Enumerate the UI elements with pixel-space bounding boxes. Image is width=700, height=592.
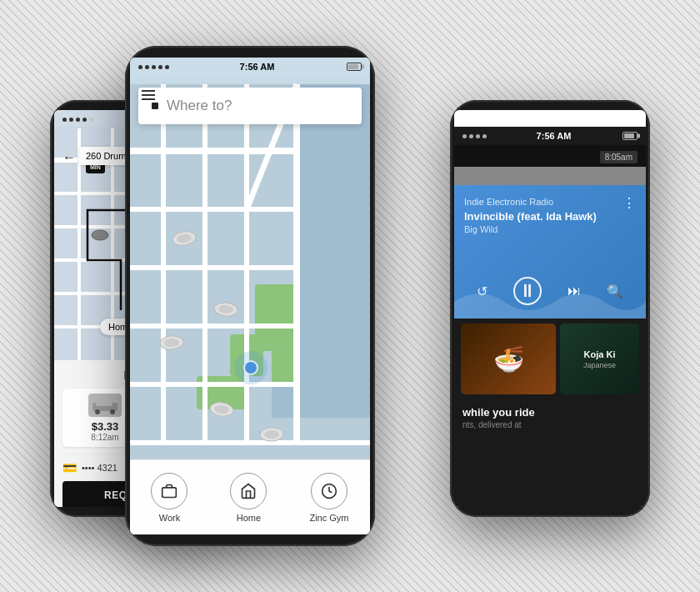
phones-container: 2 MIN 260 Drumes St ← Home › Economy <box>25 21 675 571</box>
right-status-bar: 7:56 AM .battery-icon::before { backgrou… <box>454 127 646 145</box>
svg-point-19 <box>110 409 115 414</box>
food-image-ramen: 🍜 <box>461 324 556 394</box>
back-button[interactable]: ← <box>62 150 76 165</box>
music-info: Indie Electronic Radio Invincible (feat.… <box>464 197 636 234</box>
food-images: 🍜 Koja Ki Japanese <box>461 324 639 394</box>
skip-button[interactable]: ⏭ <box>568 283 581 299</box>
promo-section: while you ride nts, delivered at <box>454 399 646 436</box>
ride-price-1: $3.33 <box>92 420 119 433</box>
work-icon <box>151 473 188 509</box>
notification-bar <box>454 167 646 185</box>
food-section: 🍜 Koja Ki Japanese <box>454 319 646 399</box>
bottom-nav: Work Home <box>130 459 370 534</box>
hamburger-button[interactable] <box>142 88 155 103</box>
right-content: 7:56 AM .battery-icon::before { backgrou… <box>454 127 646 507</box>
food-image-koja: Koja Ki Japanese <box>560 324 639 394</box>
signal-dots <box>62 118 93 122</box>
signal-area <box>462 134 487 138</box>
svg-rect-17 <box>96 399 112 406</box>
right-phone: 7:56 AM .battery-icon::before { backgrou… <box>450 100 650 517</box>
svg-point-18 <box>95 409 100 414</box>
search-bar[interactable]: Where to? <box>138 88 362 124</box>
search-music-button[interactable]: 🔍 <box>607 283 623 299</box>
battery-icon <box>347 63 362 71</box>
signal-dots <box>138 65 169 69</box>
center-phone-screen: 7:56 AM Where to? <box>130 58 370 534</box>
pause-button[interactable]: ⏸ <box>513 277 542 305</box>
center-status-bar: 7:56 AM <box>130 58 370 76</box>
battery-icon: .battery-icon::before { background: #aaa… <box>622 132 638 140</box>
rewind-button[interactable]: ↺ <box>477 283 488 299</box>
credit-card-icon: 💳 <box>62 461 77 474</box>
music-controls: ↺ ⏸ ⏭ 🔍 <box>464 277 636 305</box>
svg-point-53 <box>234 351 268 384</box>
music-more-button[interactable]: ⋮ <box>622 195 636 211</box>
center-phone: 7:56 AM Where to? <box>125 46 375 546</box>
svg-rect-54 <box>162 487 177 497</box>
home-icon <box>230 473 267 509</box>
svg-point-13 <box>92 230 108 240</box>
nav-gym[interactable]: Zinc Gym <box>309 473 348 523</box>
time-badge-row: 8:05am <box>454 145 646 167</box>
music-card: Indie Electronic Radio Invincible (feat.… <box>454 185 646 319</box>
right-phone-screen: 7:56 AM .battery-icon::before { backgrou… <box>454 110 646 507</box>
car-icon-1 <box>88 394 122 417</box>
ride-time-1: 8:12am <box>91 433 118 442</box>
nav-work[interactable]: Work <box>151 473 188 523</box>
svg-rect-30 <box>272 351 297 384</box>
gym-icon <box>311 473 348 509</box>
nav-home[interactable]: Home <box>230 473 267 523</box>
search-dot <box>152 103 158 109</box>
